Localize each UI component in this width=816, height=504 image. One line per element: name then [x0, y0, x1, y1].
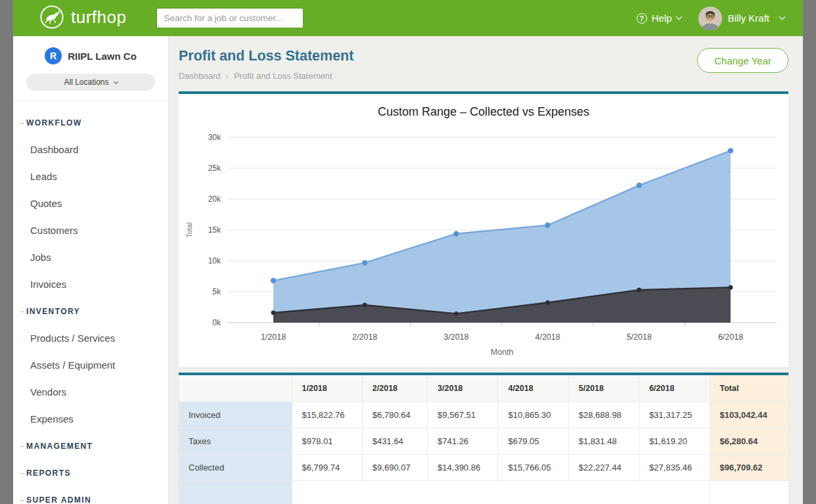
chart-point-expenses[interactable]: [729, 285, 733, 290]
row-label: Invoiced: [179, 401, 292, 428]
chart-point-expenses[interactable]: [271, 311, 276, 315]
chevron-down-icon: [675, 14, 682, 20]
cell: $9,690.07: [362, 454, 427, 480]
main-content: Profit and Loss Statement Dashboard › Pr…: [169, 36, 803, 504]
sidebar-item-jobs[interactable]: Jobs: [13, 244, 168, 271]
sidebar-item-expenses[interactable]: Expenses: [13, 405, 168, 432]
breadcrumb-separator: ›: [226, 71, 229, 81]
nav-section-label: REPORTS: [26, 469, 71, 478]
table-card: 1/20182/20183/20184/20185/20186/2018Tota…: [179, 373, 788, 504]
svg-text:Total: Total: [185, 222, 193, 237]
cell: $431.64: [362, 428, 427, 454]
tree-dash-icon: --: [20, 495, 24, 504]
chart-point-collected[interactable]: [362, 260, 367, 265]
svg-text:Month: Month: [491, 348, 514, 357]
column-header: 6/2018: [639, 375, 710, 401]
chart-point-collected[interactable]: [728, 148, 733, 153]
breadcrumb-dashboard[interactable]: Dashboard: [179, 71, 221, 81]
spacer-cell: [179, 480, 292, 504]
sidebar-item-assets-equipment[interactable]: Assets / Equipment: [13, 352, 168, 378]
sidebar: R RIIPL Lawn Co All Locations --WORKFLOW…: [13, 36, 169, 504]
cell: $27,835.46: [639, 454, 710, 480]
column-header: 4/2018: [498, 375, 568, 401]
cell: $679.05: [498, 428, 568, 454]
table-row: Taxes$978.01$431.64$741.26$679.05$1,831.…: [179, 428, 788, 454]
sidebar-item-quotes[interactable]: Quotes: [13, 190, 168, 217]
sidebar-item-products-services[interactable]: Products / Services: [13, 325, 168, 352]
avatar: [698, 7, 722, 30]
table-row: Collected$6,799.74$9,690.07$14,390.86$15…: [179, 454, 788, 480]
nav-section-label: INVENTORY: [26, 307, 80, 316]
brand[interactable]: turfhop: [39, 5, 126, 32]
svg-text:1/2018: 1/2018: [261, 332, 286, 342]
nav-section-label: MANAGEMENT: [26, 442, 93, 451]
locations-dropdown[interactable]: All Locations: [26, 74, 155, 91]
tree-dash-icon: --: [20, 307, 24, 316]
svg-text:25k: 25k: [208, 164, 221, 173]
app-window: turfhop ? Help: [13, 0, 803, 504]
row-total: $103,042.44: [710, 401, 788, 428]
sidebar-item-leads[interactable]: Leads: [13, 163, 168, 190]
chart-point-expenses[interactable]: [363, 303, 367, 308]
page-title: Profit and Loss Statement: [179, 48, 353, 64]
nav-section-super-admin: --SUPER ADMIN: [13, 486, 168, 504]
cell: $741.26: [428, 428, 498, 454]
company-name: RIIPL Lawn Co: [68, 51, 137, 62]
chart-point-expenses[interactable]: [545, 300, 550, 305]
nav-section-workflow: --WORKFLOW: [13, 109, 168, 136]
column-header: 5/2018: [568, 375, 639, 401]
svg-text:3/2018: 3/2018: [443, 332, 468, 342]
company-logo: R: [45, 47, 62, 64]
row-label: Collected: [179, 454, 292, 480]
help-icon: ?: [637, 13, 647, 24]
cell: $978.01: [292, 428, 362, 454]
chevron-down-icon: [113, 79, 118, 83]
svg-text:0k: 0k: [212, 318, 221, 327]
breadcrumb-current: Profit and Loss Statement: [234, 71, 332, 81]
chart-point-expenses[interactable]: [637, 288, 641, 292]
svg-text:5k: 5k: [212, 287, 221, 296]
change-year-button[interactable]: Change Year: [697, 48, 788, 73]
sidebar-item-dashboard[interactable]: Dashboard: [13, 136, 168, 163]
topbar: turfhop ? Help: [13, 0, 803, 36]
locations-label: All Locations: [64, 78, 108, 87]
search-input[interactable]: [156, 8, 304, 28]
cell: $6,780.64: [362, 401, 427, 428]
cell: $10,865.30: [498, 401, 568, 428]
row-label: Taxes: [179, 428, 292, 454]
column-header: 2/2018: [362, 375, 427, 401]
cell: $1,619.20: [639, 428, 710, 454]
chart-point-collected[interactable]: [637, 183, 642, 188]
column-header: Total: [710, 375, 788, 401]
sidebar-item-invoices[interactable]: Invoices: [13, 271, 168, 298]
chart-title: Custom Range – Collected vs Expenses: [179, 94, 788, 119]
nav-section-management: --MANAGEMENT: [13, 432, 168, 459]
turfhop-logo-icon: [39, 5, 64, 32]
cell: $15,822.76: [292, 401, 362, 428]
chart-point-expenses[interactable]: [454, 311, 459, 316]
svg-text:5/2018: 5/2018: [627, 332, 652, 342]
cell: $14,390.86: [428, 454, 498, 480]
sidebar-item-customers[interactable]: Customers: [13, 217, 168, 244]
help-label: Help: [652, 12, 672, 24]
sidebar-item-vendors[interactable]: Vendors: [13, 378, 168, 405]
chart-point-collected[interactable]: [271, 278, 276, 283]
help-menu[interactable]: ? Help: [637, 12, 681, 24]
row-total: $96,709.62: [710, 454, 788, 480]
brand-name: turfhop: [71, 7, 126, 28]
cell: $9,567.51: [428, 401, 498, 428]
row-total: $6,280.64: [710, 428, 788, 454]
page-header: Profit and Loss Statement Dashboard › Pr…: [179, 48, 788, 81]
table-row: Invoiced$15,822.76$6,780.64$9,567.51$10,…: [179, 401, 788, 428]
tree-dash-icon: --: [20, 118, 24, 127]
tree-dash-icon: --: [20, 469, 24, 478]
user-menu[interactable]: Billy Kraft: [698, 7, 784, 30]
svg-text:10k: 10k: [208, 256, 221, 265]
tree-dash-icon: --: [20, 442, 24, 451]
chart-point-collected[interactable]: [545, 223, 550, 228]
chart-point-collected[interactable]: [453, 231, 459, 237]
nav-section-label: WORKFLOW: [26, 118, 82, 127]
cell: $15,766.05: [498, 454, 568, 480]
svg-text:6/2018: 6/2018: [718, 332, 743, 342]
cell: $1,831.48: [568, 428, 639, 454]
